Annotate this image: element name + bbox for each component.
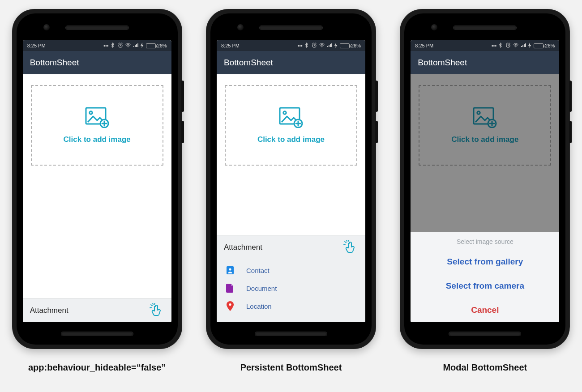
content-area: Click to add image Attachment [23, 74, 171, 322]
app-bar: BottomSheet [411, 51, 559, 74]
add-image-icon [85, 107, 110, 130]
volume-button [181, 81, 184, 112]
modal-item-camera[interactable]: Select from camera [411, 274, 559, 298]
bottom-sheet-title: Attachment [30, 306, 68, 315]
alarm-icon [118, 43, 123, 49]
app-bar: BottomSheet [23, 51, 171, 74]
sheet-item-contact[interactable]: Contact [217, 261, 365, 279]
sheet-item-label: Contact [246, 267, 270, 274]
svg-rect-13 [231, 266, 232, 267]
charging-icon [334, 43, 338, 49]
bluetooth-icon [111, 43, 116, 49]
svg-point-16 [515, 47, 516, 47]
add-image-label: Click to add image [64, 135, 131, 144]
modal-cancel[interactable]: Cancel [411, 298, 559, 322]
phone-bezel: 8:25 PM ••• [17, 13, 178, 345]
screen: 8:25 PM ••• [23, 40, 171, 322]
sheet-item-label: Document [246, 285, 277, 292]
battery-pct: 26% [351, 43, 361, 48]
add-image-icon [278, 107, 304, 130]
screen: 8:25 PM ••• 26% BottomSheet [217, 40, 365, 322]
phone-frame: 8:25 PM ••• [12, 9, 182, 349]
add-image-dropzone[interactable]: Click to add image [31, 85, 163, 166]
wifi-icon [125, 43, 131, 48]
volume-button [375, 81, 378, 112]
content-area: Click to add image Select image source S… [411, 74, 559, 322]
earpiece-icon [260, 26, 322, 30]
tap-gesture-icon [343, 240, 358, 256]
contact-icon [226, 266, 235, 275]
earpiece-icon [454, 26, 516, 30]
bottom-sheet-expanded[interactable]: Attachment Contact [217, 235, 365, 322]
bottom-sheet-collapsed[interactable]: Attachment [23, 298, 171, 322]
signal-icon [521, 43, 526, 48]
modal-title: Select image source [411, 232, 559, 250]
status-bar: 8:25 PM ••• 26% [411, 40, 559, 51]
tap-gesture-icon [149, 303, 164, 319]
svg-point-3 [89, 111, 92, 114]
add-image-label: Click to add image [257, 135, 325, 144]
caption-2: Persistent BottomSheet [240, 362, 342, 373]
alarm-icon [312, 43, 317, 49]
location-icon [226, 302, 235, 311]
status-icons: ••• 26% [492, 43, 555, 49]
volume-button [569, 81, 572, 112]
power-button [569, 121, 572, 143]
battery-icon: 26% [534, 43, 555, 48]
more-icon: ••• [297, 43, 303, 48]
app-title: BottomSheet [418, 58, 467, 68]
charging-icon [528, 43, 531, 49]
front-camera-icon [237, 24, 244, 30]
modal-bottom-sheet: Select image source Select from gallery … [411, 232, 559, 322]
app-title: BottomSheet [224, 58, 273, 68]
battery-icon: 26% [146, 43, 167, 48]
bluetooth-icon [305, 43, 309, 49]
wifi-icon [513, 43, 518, 48]
sheet-item-label: Location [246, 303, 272, 310]
figure-1: 8:25 PM ••• [12, 9, 182, 373]
bottom-sheet-body: Contact Document [217, 260, 365, 322]
modal-item-gallery[interactable]: Select from gallery [411, 250, 559, 274]
figure-3: 8:25 PM ••• 26% BottomSheet [400, 9, 570, 373]
svg-point-6 [321, 47, 322, 47]
screen: 8:25 PM ••• 26% BottomSheet [411, 40, 559, 322]
bluetooth-icon [499, 43, 503, 49]
sheet-item-document[interactable]: Document [217, 279, 365, 297]
sheet-item-location[interactable]: Location [217, 297, 365, 315]
phone-frame: 8:25 PM ••• 26% BottomSheet [206, 9, 376, 349]
battery-pct: 26% [157, 43, 167, 48]
app-title: BottomSheet [30, 58, 79, 68]
battery-icon: 26% [340, 43, 361, 48]
caption-1: app:behaviour_hideable=“false” [28, 362, 166, 373]
figure-2: 8:25 PM ••• 26% BottomSheet [206, 9, 376, 373]
svg-point-11 [229, 268, 231, 270]
bottom-speaker-icon [61, 332, 133, 336]
front-camera-icon [43, 24, 50, 30]
more-icon: ••• [492, 43, 497, 48]
alarm-icon [505, 43, 511, 49]
bottom-speaker-icon [255, 332, 327, 336]
more-icon: ••• [103, 43, 109, 48]
figure-row: 8:25 PM ••• [0, 0, 582, 373]
add-image-dropzone[interactable]: Click to add image [225, 85, 357, 166]
phone-bezel: 8:25 PM ••• 26% BottomSheet [210, 13, 372, 345]
svg-point-1 [128, 47, 128, 47]
status-time: 8:25 PM [415, 43, 433, 48]
charging-icon [141, 43, 144, 49]
bottom-speaker-icon [449, 332, 521, 336]
signal-icon [133, 43, 138, 48]
power-button [375, 121, 378, 143]
phone-bezel: 8:25 PM ••• 26% BottomSheet [404, 13, 565, 345]
bottom-sheet-header[interactable]: Attachment [217, 235, 365, 260]
svg-point-14 [229, 303, 231, 306]
status-icons: ••• 26% [297, 43, 361, 49]
svg-rect-12 [228, 266, 229, 267]
bottom-sheet-header[interactable]: Attachment [23, 298, 171, 322]
earpiece-icon [66, 26, 128, 30]
bottom-sheet-title: Attachment [224, 243, 262, 252]
front-camera-icon [431, 24, 437, 30]
status-time: 8:25 PM [27, 43, 46, 48]
content-area: Click to add image Attachment [217, 74, 365, 322]
status-bar: 8:25 PM ••• [23, 40, 171, 51]
phone-frame: 8:25 PM ••• 26% BottomSheet [400, 9, 570, 349]
